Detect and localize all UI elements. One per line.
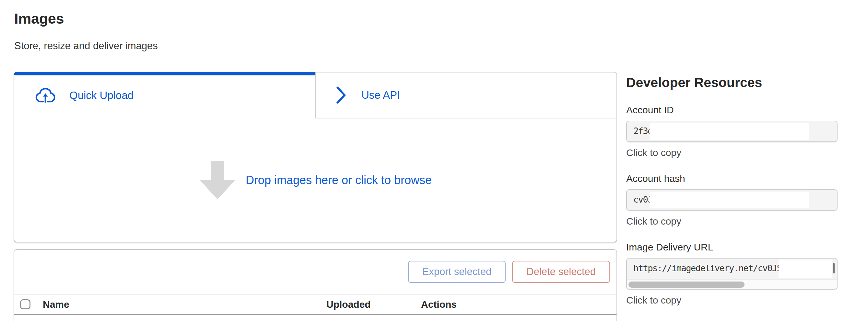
developer-resources-title: Developer Resources [626,75,838,90]
tab-quick-upload[interactable]: Quick Upload [14,72,315,118]
image-delivery-url-helper: Click to copy [626,295,838,306]
account-hash-label: Account hash [626,173,838,184]
redacted-overlay [650,123,809,140]
image-delivery-url-copy-field[interactable]: https://imagedelivery.net/cv0JSj [626,258,838,290]
chevron-right-icon [336,85,346,105]
account-hash-helper: Click to copy [626,216,838,227]
upload-panel: Quick Upload Use API Drop images here or… [13,72,617,242]
account-id-helper: Click to copy [626,147,838,158]
arrow-down-icon [199,160,236,200]
column-header-uploaded: Uploaded [327,299,371,310]
table-toolbar: Export selected Delete selected [14,250,617,294]
cloud-upload-icon [35,87,56,104]
partially-visible-character [833,263,835,274]
tab-quick-upload-label: Quick Upload [69,89,133,102]
delete-selected-button[interactable]: Delete selected [512,261,610,283]
redacted-overlay [779,259,832,278]
images-table-panel: Export selected Delete selected Name Upl… [13,249,617,321]
select-all-checkbox[interactable] [20,299,30,309]
table-header: Name Uploaded Actions [14,294,617,315]
account-hash-copy-field[interactable]: cv0J [626,189,838,211]
account-id-label: Account ID [626,105,838,115]
page-subtitle: Store, resize and deliver images [14,40,158,52]
image-dropzone[interactable]: Drop images here or click to browse [14,118,617,242]
account-id-copy-field[interactable]: 2f3d [626,121,838,142]
redacted-overlay [650,191,809,208]
image-delivery-url-label: Image Delivery URL [626,242,838,253]
page-header: Images Store, resize and deliver images [14,0,158,52]
column-header-actions: Actions [421,299,457,310]
tab-use-api-label: Use API [362,89,400,101]
developer-resources-panel: Developer Resources Account ID 2f3d Clic… [626,75,838,306]
page-title: Images [14,10,158,27]
horizontal-scrollbar-track[interactable] [627,279,837,289]
tab-use-api[interactable]: Use API [315,72,617,118]
column-header-name: Name [43,299,69,310]
upload-tabs: Quick Upload Use API [14,72,617,118]
export-selected-button[interactable]: Export selected [408,261,506,283]
horizontal-scrollbar-thumb[interactable] [628,282,745,288]
dropzone-label: Drop images here or click to browse [246,173,432,187]
